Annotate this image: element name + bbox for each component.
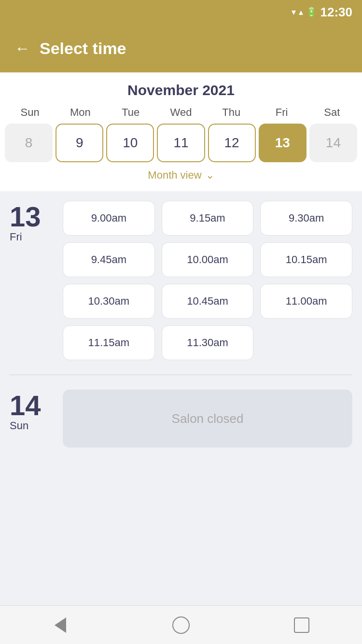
day13-slots-grid: 9.00am 9.15am 9.30am 9.45am 10.00am 10.1… [63, 201, 352, 360]
chevron-down-icon: ⌄ [206, 169, 214, 182]
date-13[interactable]: 13 [259, 124, 306, 162]
slot-900am[interactable]: 9.00am [63, 201, 155, 236]
day14-section: 14 Sun Salon closed [0, 380, 362, 457]
weekday-sat: Sat [307, 106, 357, 119]
slot-1130am[interactable]: 11.30am [162, 325, 254, 360]
day13-number: 13 [10, 203, 53, 231]
date-9[interactable]: 9 [56, 124, 103, 162]
weekdays-row: Sun Mon Tue Wed Thu Fri Sat [0, 106, 362, 119]
day14-area: 14 Sun Salon closed [10, 390, 352, 448]
calendar-section: November 2021 Sun Mon Tue Wed Thu Fri Sa… [0, 72, 362, 191]
weekday-tue: Tue [106, 106, 156, 119]
page-title: Select time [40, 39, 126, 58]
signal-icon: ▴ [299, 7, 303, 17]
nav-recents-button[interactable] [290, 613, 314, 637]
weekday-sun: Sun [5, 106, 55, 119]
day13-info: 13 Fri [10, 201, 53, 360]
day14-name: Sun [10, 420, 53, 432]
slot-915am[interactable]: 9.15am [162, 201, 254, 236]
dates-row: 8 9 10 11 12 13 14 [0, 124, 362, 162]
status-icons: ▾ ▴ 🔋 [292, 7, 317, 17]
status-time: 12:30 [320, 5, 353, 20]
weekday-thu: Thu [206, 106, 256, 119]
day14-info: 14 Sun [10, 390, 53, 432]
weekday-wed: Wed [156, 106, 206, 119]
nav-home-button[interactable] [169, 613, 193, 637]
slot-1115am[interactable]: 11.15am [63, 325, 155, 360]
month-view-toggle[interactable]: Month view ⌄ [0, 162, 362, 186]
bottom-nav [0, 605, 362, 644]
slot-1100am[interactable]: 11.00am [260, 284, 352, 319]
date-8: 8 [5, 124, 53, 162]
weekday-mon: Mon [55, 106, 105, 119]
day13-section: 13 Fri 9.00am 9.15am 9.30am 9.45am 10.00… [0, 191, 362, 370]
slot-1030am[interactable]: 10.30am [63, 284, 155, 319]
back-button[interactable]: ← [14, 40, 30, 57]
section-separator [10, 375, 352, 375]
slot-1015am[interactable]: 10.15am [260, 242, 352, 277]
date-12[interactable]: 12 [208, 124, 256, 162]
status-bar: ▾ ▴ 🔋 12:30 [0, 0, 362, 24]
month-view-label: Month view [148, 169, 201, 182]
salon-closed-box: Salon closed [63, 390, 352, 448]
header: ← Select time [0, 24, 362, 72]
slot-1000am[interactable]: 10.00am [162, 242, 254, 277]
nav-back-button[interactable] [48, 613, 72, 637]
slot-945am[interactable]: 9.45am [63, 242, 155, 277]
day14-number: 14 [10, 392, 53, 420]
slot-1045am[interactable]: 10.45am [162, 284, 254, 319]
date-10[interactable]: 10 [106, 124, 154, 162]
battery-icon: 🔋 [306, 7, 317, 17]
date-14: 14 [309, 124, 357, 162]
day13-slots-area: 13 Fri 9.00am 9.15am 9.30am 9.45am 10.00… [10, 201, 352, 360]
salon-closed-label: Salon closed [172, 411, 244, 426]
date-11[interactable]: 11 [157, 124, 205, 162]
wifi-icon: ▾ [292, 7, 296, 17]
month-year-label: November 2021 [0, 82, 362, 98]
slot-930am[interactable]: 9.30am [260, 201, 352, 236]
weekday-fri: Fri [256, 106, 306, 119]
day13-name: Fri [10, 231, 53, 243]
